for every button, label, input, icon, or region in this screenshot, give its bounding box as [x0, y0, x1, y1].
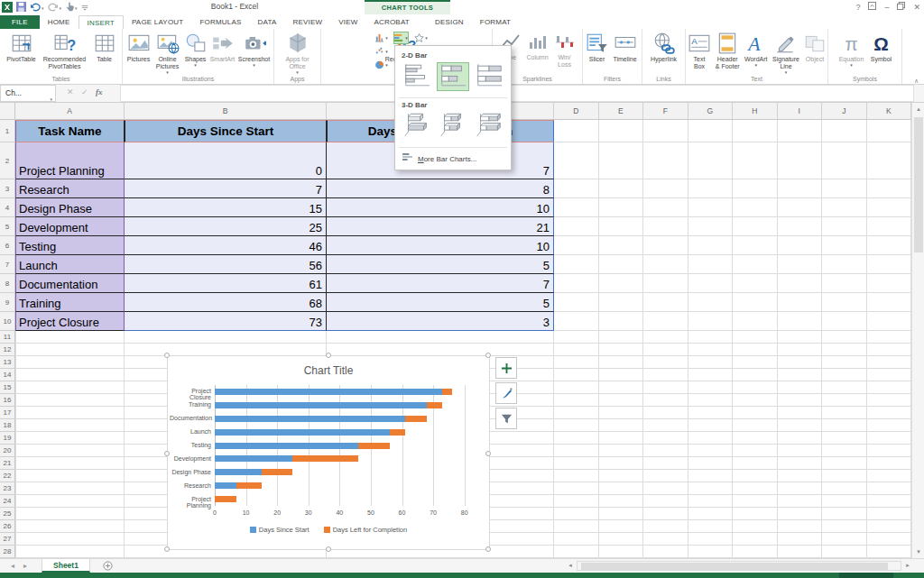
tab-insert[interactable]: INSERT [79, 15, 124, 29]
days-since-start-cell[interactable]: 0 [125, 142, 327, 179]
bar-segment-since[interactable] [215, 455, 292, 462]
row-header-17[interactable]: 17 [0, 407, 15, 419]
name-box[interactable]: Ch... ▾ [0, 85, 56, 102]
chart-elements-button[interactable] [495, 357, 517, 379]
row-header-4[interactable]: 4 [0, 198, 15, 217]
tab-acrobat[interactable]: ACROBAT [365, 15, 417, 29]
hyperlink-button[interactable]: Hyperlink [646, 31, 682, 64]
touch-mode-button[interactable]: ▾ [65, 2, 78, 14]
tab-view[interactable]: VIEW [330, 15, 365, 29]
object-button[interactable]: Object [802, 31, 827, 64]
close-button[interactable]: ✕ [913, 3, 920, 12]
smartart-button[interactable]: SmartArt [208, 31, 237, 64]
column-header-G[interactable]: G [688, 103, 734, 120]
redo-button[interactable]: ▾ [48, 3, 62, 14]
more-bar-charts-item[interactable]: More Bar Charts... [395, 149, 511, 168]
bar-segment-since[interactable] [215, 402, 427, 408]
minimize-button[interactable]: – [884, 3, 889, 12]
restore-button[interactable] [897, 2, 905, 12]
embedded-chart[interactable]: Chart Title Days Since StartDays Left fo… [167, 355, 490, 550]
wordart-button[interactable]: AWordArt▾ [742, 31, 770, 69]
formula-input[interactable] [120, 85, 914, 102]
column-header-A[interactable]: A [15, 103, 125, 120]
days-since-start-cell[interactable]: 61 [125, 274, 327, 293]
tab-format[interactable]: FORMAT [472, 15, 519, 29]
row-header-24[interactable]: 24 [0, 495, 15, 508]
row-header-7[interactable]: 7 [0, 255, 15, 274]
bar-segment-since[interactable] [215, 389, 442, 395]
days-since-start-cell[interactable]: 25 [125, 217, 327, 236]
selection-handle[interactable] [164, 353, 170, 358]
legend-item[interactable]: Days Left for Completion [324, 526, 408, 534]
help-button[interactable]: ? [855, 3, 860, 12]
symbol-button[interactable]: ΩSymbol [868, 31, 895, 64]
column-header-I[interactable]: I [778, 103, 823, 120]
stacked-bar-option[interactable] [437, 62, 469, 91]
undo-button[interactable]: ▾ [30, 3, 44, 14]
chart-title[interactable]: Chart Title [168, 364, 489, 377]
ribbon-display-options-button[interactable] [868, 2, 876, 12]
select-all-corner[interactable] [0, 103, 15, 120]
column-header-J[interactable]: J [822, 103, 867, 120]
chart-styles-button[interactable] [495, 382, 517, 404]
bar-segment-since[interactable] [215, 469, 262, 475]
sheet-tab-sheet1[interactable]: Sheet1 [42, 559, 90, 573]
qat-caret-icon[interactable]: ▾ [75, 5, 78, 11]
tab-review[interactable]: REVIEW [284, 15, 330, 29]
3-d-stacked-bar-option[interactable] [437, 112, 469, 141]
bar-segment-since[interactable] [215, 482, 236, 489]
recommended-pivottables-button[interactable]: ?Recommended PivotTables [38, 31, 92, 71]
qat-caret-icon[interactable]: ▾ [42, 5, 44, 11]
slicer-button[interactable]: Slicer [585, 31, 610, 64]
selection-handle[interactable] [485, 451, 491, 456]
row-header-10[interactable]: 10 [0, 312, 15, 331]
scroll-left-icon[interactable]: ◂ [564, 562, 577, 569]
column-chart-mini-button[interactable]: ▾ [374, 32, 389, 44]
text-box-button[interactable]: AText Box [686, 31, 713, 71]
star-chart-mini-button[interactable]: ▾ [413, 32, 429, 44]
column-header-K[interactable]: K [867, 103, 912, 120]
task-cell[interactable]: Documentation [15, 274, 125, 293]
selection-handle[interactable] [485, 353, 491, 358]
vertical-scrollbar[interactable]: ▴ ▾ [911, 103, 924, 558]
scatter-chart-mini-button[interactable]: ▾ [374, 45, 389, 58]
pie-chart-mini-button[interactable]: ▾ [374, 59, 389, 71]
bar-segment-left[interactable] [390, 429, 405, 436]
online-pictures-button[interactable]: Online Pictures▾ [152, 31, 183, 76]
row-header-28[interactable]: 28 [0, 546, 15, 558]
tab-home[interactable]: HOME [40, 15, 79, 29]
row-header-23[interactable]: 23 [0, 482, 15, 495]
row-header-22[interactable]: 22 [0, 470, 15, 482]
days-left-cell[interactable]: 7 [327, 274, 554, 293]
task-cell[interactable]: Training [15, 293, 125, 312]
bar-segment-since[interactable] [215, 429, 390, 436]
signature-line-button[interactable]: Signature Line▾ [770, 31, 802, 76]
bar-segment-left[interactable] [292, 455, 358, 462]
row-header-25[interactable]: 25 [0, 508, 15, 520]
bar-segment-left[interactable] [236, 482, 262, 489]
task-cell[interactable]: Launch [15, 255, 125, 274]
days-left-cell[interactable]: 5 [327, 255, 554, 274]
3-d-100-stacked-bar-option[interactable] [473, 112, 505, 141]
bar-segment-left[interactable] [215, 496, 236, 502]
equation-button[interactable]: πEquation▾ [836, 31, 868, 69]
pivottable-button[interactable]: PivotTable [5, 31, 38, 64]
horizontal-scrollbar[interactable]: ◂ ▸ [564, 560, 914, 571]
row-header-3[interactable]: 3 [0, 179, 15, 198]
days-left-cell[interactable]: 10 [327, 198, 554, 217]
clustered-bar-option[interactable] [401, 62, 433, 91]
tab-formulas[interactable]: FORMULAS [191, 15, 249, 29]
selection-handle[interactable] [326, 353, 331, 358]
row-header-19[interactable]: 19 [0, 432, 15, 445]
row-header-20[interactable]: 20 [0, 445, 15, 457]
timeline-button[interactable]: Timeline [610, 31, 641, 64]
row-header-16[interactable]: 16 [0, 394, 15, 407]
bar-segment-since[interactable] [215, 416, 405, 422]
bar-segment-left[interactable] [262, 469, 293, 475]
screenshot-button[interactable]: Screenshot▾ [237, 31, 272, 69]
task-cell[interactable]: Research [15, 179, 125, 198]
selection-handle[interactable] [164, 451, 170, 456]
days-left-cell[interactable]: 8 [327, 179, 554, 198]
table-header-cell[interactable]: Days Since Start [125, 120, 327, 142]
table-button[interactable]: Table [92, 31, 117, 64]
